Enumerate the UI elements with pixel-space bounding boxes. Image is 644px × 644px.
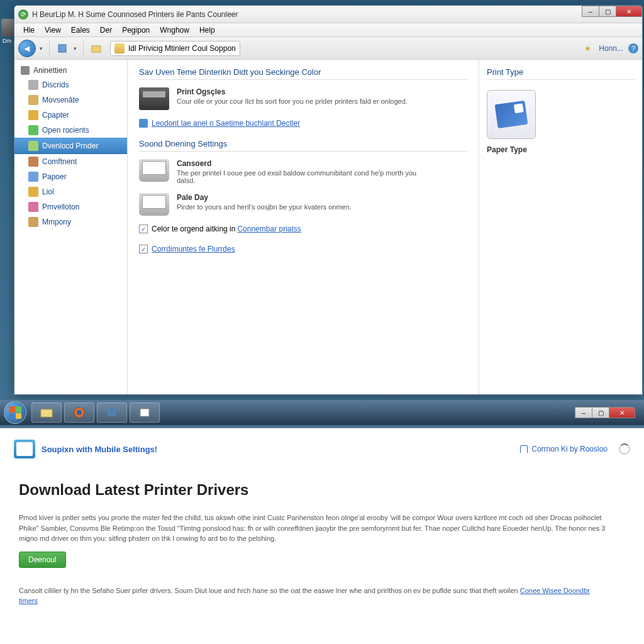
checkbox-link-2[interactable]: Corrdimuntes fe Flurrdes	[152, 245, 235, 253]
menu-wnghow[interactable]: Wnghow	[155, 25, 194, 36]
folder-icon	[114, 43, 125, 53]
menubar: Hle View Eales Der Pegipon Wnghow Help	[14, 23, 642, 37]
sidebar-item-6[interactable]: Papoer	[14, 169, 127, 184]
menu-help[interactable]: Help	[194, 25, 220, 36]
sidebar-item-7[interactable]: Liol	[14, 184, 127, 199]
loading-spinner-icon	[619, 443, 630, 455]
sidebar-item-icon	[28, 172, 38, 182]
sidebar-item-icon	[28, 157, 38, 167]
checkbox-label: Celor te orgend aitking in	[152, 225, 235, 233]
paper-type-tile[interactable]	[487, 90, 536, 139]
section-title-2: Soond Dnening Settings	[139, 139, 467, 152]
sidebar-item-5[interactable]: Comftnent	[14, 154, 127, 169]
titlebar[interactable]: ⟳ H BeurLip M. H Sume Counnosed Printers…	[14, 6, 642, 23]
sidebar-item-icon	[28, 125, 38, 135]
paragraph-2: Cansolt cilliler ty hn the Sefaho Suer p…	[19, 586, 610, 606]
view-icon[interactable]	[56, 42, 69, 55]
info-title: Print Ogsçles	[177, 87, 408, 96]
sidebar-item-8[interactable]: Pmvelloton	[14, 199, 127, 214]
svg-rect-0	[58, 45, 66, 52]
secure-link[interactable]: Corrnon Ki by Roosloo	[531, 445, 608, 453]
control-panel-window: ⟳ H BeurLip M. H Sume Counnosed Printers…	[14, 5, 643, 395]
breadcrumb-text: Idl Privicig Mtinlerr Coul Soppon	[128, 44, 236, 53]
checkbox-1[interactable]: ✓	[139, 225, 148, 233]
info-description: The per printel I ooue pee od exsil bald…	[177, 169, 428, 184]
checkbox-link-1[interactable]: Connembar priatss	[237, 225, 301, 233]
sidebar-item-label: Comftnent	[42, 157, 77, 166]
monitor-icon	[14, 440, 35, 458]
windows-logo-icon	[9, 406, 21, 419]
sidebar-item-label: Papoer	[42, 172, 67, 181]
tree-icon	[21, 66, 30, 75]
sidebar-item-label: Liol	[42, 187, 54, 196]
menu-file[interactable]: Hle	[18, 25, 40, 36]
menu-eales[interactable]: Eales	[66, 25, 95, 36]
svg-rect-6	[140, 409, 149, 416]
sidebar: Aninettien DiscridsMovsenâteCpapterOpen …	[14, 60, 128, 394]
printer-icon	[139, 87, 169, 110]
browser-close-button[interactable]: ✕	[609, 407, 635, 418]
menu-der[interactable]: Der	[95, 25, 117, 36]
svg-point-4	[77, 410, 82, 415]
sidebar-item-label: Pmvelloton	[42, 203, 79, 211]
taskbar-firefox[interactable]	[64, 402, 94, 423]
sidebar-item-3[interactable]: Open rocients	[14, 123, 127, 138]
sidebar-item-0[interactable]: Discrids	[14, 77, 127, 92]
view-dropdown[interactable]: ▾	[74, 45, 77, 52]
start-button[interactable]	[4, 401, 26, 424]
browser-maximize-button[interactable]: ▢	[592, 407, 609, 418]
link-icon	[139, 119, 148, 128]
menu-pegipon[interactable]: Pegipon	[117, 25, 155, 36]
taskbar-explorer[interactable]	[31, 402, 62, 423]
browser-minimize-button[interactable]: –	[575, 407, 592, 418]
settings-link[interactable]: Leodont lae anel n Saetime buchlant Dect…	[152, 119, 300, 128]
breadcrumb[interactable]: Idl Privicig Mtinlerr Coul Soppon	[110, 41, 240, 56]
checkbox-2[interactable]: ✓	[139, 245, 148, 253]
download-button[interactable]: Deenoul	[19, 552, 66, 568]
sidebar-item-4[interactable]: Dvenlocd Prnder	[14, 138, 127, 154]
sidebar-item-2[interactable]: Cpapter	[14, 108, 127, 123]
paper-type-label: Paper Type	[487, 145, 635, 154]
sidebar-header: Aninettien	[14, 64, 127, 77]
printer-info-row: Print Ogsçles Cour olle or your cour lIc…	[139, 87, 467, 110]
sidebar-item-9[interactable]: Mmpony	[14, 214, 127, 230]
svg-rect-1	[92, 46, 101, 52]
separator	[83, 41, 84, 56]
sidebar-item-icon	[28, 110, 38, 120]
document-icon	[495, 101, 528, 128]
maximize-button[interactable]: ▢	[599, 6, 616, 17]
app-icon: ⟳	[18, 9, 28, 19]
taskbar	[0, 400, 644, 425]
back-button[interactable]: ◄	[18, 40, 36, 57]
desktop-shortcut[interactable]: Dm	[1, 19, 13, 44]
sidebar-item-icon	[28, 187, 38, 197]
minimize-button[interactable]: –	[582, 6, 599, 17]
close-button[interactable]: ✕	[616, 6, 642, 17]
taskbar-app1[interactable]	[97, 402, 127, 423]
sidebar-item-icon	[28, 202, 38, 212]
info-description: Pirder to yours and heril's oosjbn be yp…	[177, 203, 352, 211]
separator	[49, 41, 50, 56]
laptop-icon	[139, 159, 169, 182]
favorite-icon[interactable]: ★	[584, 44, 591, 53]
taskbar-app2[interactable]	[130, 402, 160, 423]
right-panel-title: Print Type	[487, 67, 635, 80]
sidebar-item-1[interactable]: Movsenâte	[14, 92, 127, 108]
folder-up-icon[interactable]	[90, 42, 103, 55]
laptop-icon	[139, 193, 169, 216]
lock-icon	[520, 445, 528, 453]
home-link[interactable]: Honn...	[599, 44, 623, 53]
info-title: Cansoerd	[177, 159, 428, 168]
toolbar: ◄ ▾ ▾ Idl Privicig Mtinlerr Coul Soppon …	[14, 37, 642, 60]
nav-dropdown[interactable]: ▾	[40, 45, 43, 52]
sidebar-item-label: Mmpony	[42, 218, 71, 226]
browser-window: – ▢ ✕ Soupixn with Mubile Seltings! Corr…	[0, 428, 644, 644]
help-icon[interactable]: ?	[628, 43, 638, 53]
sidebar-item-label: Cpapter	[42, 111, 69, 119]
page-header: Soupixn with Mubile Seltings! Corrnon Ki…	[0, 428, 644, 465]
header-link[interactable]: Soupixn with Mubile Seltings!	[42, 445, 157, 454]
menu-view[interactable]: View	[40, 25, 66, 36]
paragraph-1: Pmod kiver is pntler setts you prorte th…	[19, 513, 610, 544]
info-title: Pale Day	[177, 193, 352, 202]
svg-rect-5	[108, 409, 116, 416]
